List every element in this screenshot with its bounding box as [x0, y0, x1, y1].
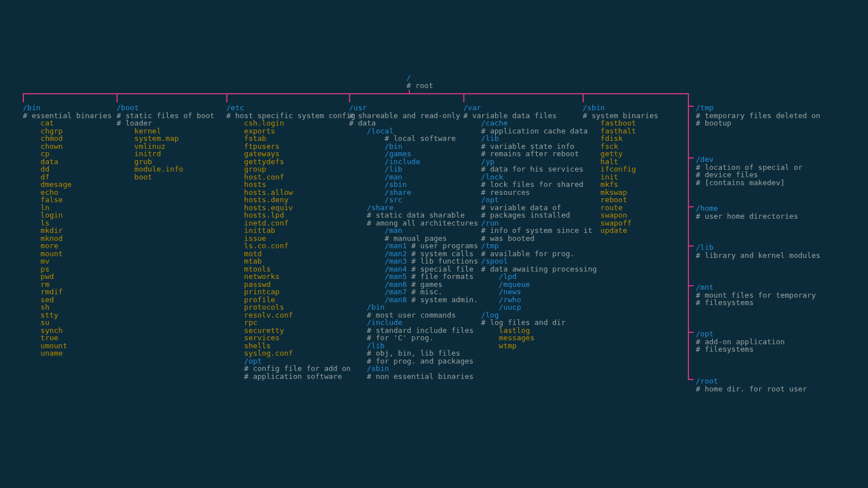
file-entry: mknod — [23, 235, 112, 243]
comment-entry: # for 'C' prog. — [349, 334, 478, 342]
dir-comment: # host specific system config — [226, 112, 355, 120]
file-entry: protocols — [226, 303, 355, 311]
comment-entry: # among all architectures — [349, 219, 478, 227]
root-path: / — [406, 74, 433, 82]
subdir-entry: /lib — [349, 165, 478, 173]
dir-comment: # mount files for temporary — [696, 291, 816, 299]
file-entry: grub — [117, 158, 214, 166]
file-entry: boot — [117, 173, 214, 181]
file-entry: services — [226, 334, 355, 342]
file-entry: gettydefs — [226, 158, 355, 166]
file-entry: inittab — [226, 227, 355, 235]
file-entry: exports — [226, 127, 355, 135]
file-entry: more — [23, 242, 112, 250]
file-entry: update — [583, 227, 658, 235]
dir-root: /root# home dir. for root user — [696, 377, 807, 393]
file-entry: hosts.deny — [226, 196, 355, 204]
subdir-entry: /cache — [463, 119, 597, 127]
file-entry: module.info — [117, 165, 214, 173]
dir-comment: # home dir. for root user — [696, 385, 807, 393]
comment-entry: # variable data of — [463, 204, 597, 212]
dir-comment: # data — [349, 119, 478, 127]
subdir-entry: /man4 # special file — [349, 265, 478, 273]
file-entry: fasthalt — [583, 127, 658, 135]
dir-comment: # variable data files — [463, 112, 597, 120]
file-entry: reboot — [583, 196, 658, 204]
subdir-entry: /tmp — [463, 242, 597, 250]
file-entry: hosts.equiv — [226, 204, 355, 212]
file-entry: group — [226, 165, 355, 173]
subdir-entry: /man7 # misc. — [349, 288, 478, 296]
subdir-entry: /man2 # system calls — [349, 250, 478, 258]
file-entry: hosts.lpd — [226, 211, 355, 219]
subdir-entry: /games — [349, 150, 478, 158]
file-entry: issue — [226, 235, 355, 243]
subdir-entry: /sbin — [349, 365, 478, 373]
file-entry: shells — [226, 342, 355, 350]
dir-title: /dev — [696, 156, 803, 164]
dir-comment: # system binaries — [583, 112, 658, 120]
dir-comment: # filesystems — [696, 345, 785, 353]
dir-comment: # temporary files deleted on — [696, 112, 820, 120]
file-entry: data — [23, 158, 112, 166]
dir-title: /root — [696, 377, 807, 385]
file-entry: ln — [23, 204, 112, 212]
dir-title: /opt — [696, 330, 785, 338]
file-entry: ls.co.conf — [226, 242, 355, 250]
file-entry: fastboot — [583, 119, 658, 127]
comment-entry: # obj, bin, lib files — [349, 349, 478, 357]
file-entry: chgrp — [23, 127, 112, 135]
file-entry: cp — [23, 150, 112, 158]
file-entry: login — [23, 211, 112, 219]
dir-opt: /opt# add-on application# filesystems — [696, 330, 785, 353]
comment-entry: # standard include files — [349, 327, 478, 335]
file-entry: fsck — [583, 143, 658, 151]
dir-comment: # user home directories — [696, 212, 798, 220]
dir-comment: # [contains makedev] — [696, 179, 803, 187]
file-entry: system.map — [117, 135, 214, 143]
file-entry: inetd.conf — [226, 219, 355, 227]
subdir-entry: /opt — [226, 357, 355, 365]
file-entry: getty — [583, 150, 658, 158]
subdir-entry: /mqueue — [463, 281, 597, 289]
file-entry: echo — [23, 189, 112, 197]
file-entry: ftpusers — [226, 143, 355, 151]
dir-tmp: /tmp# temporary files deleted on# bootup — [696, 104, 820, 127]
file-entry: su — [23, 319, 112, 327]
dir-home: /home# user home directories — [696, 205, 798, 220]
file-entry: fdisk — [583, 135, 658, 143]
file-entry: mtab — [226, 257, 355, 265]
subdir-entry: /run — [463, 219, 597, 227]
comment-entry: # available for prog. — [463, 250, 597, 258]
dir-comment: # location of special or — [696, 164, 803, 172]
comment-entry: # remains after reboot — [463, 150, 597, 158]
comment-entry: # variable state info — [463, 143, 597, 151]
subdir-entry: /local — [349, 127, 478, 135]
file-entry: dmesage — [23, 181, 112, 189]
file-entry: motd — [226, 250, 355, 258]
subdir-entry: /lock — [463, 173, 597, 181]
file-entry: mkfs — [583, 181, 658, 189]
file-entry: lastlog — [463, 327, 597, 335]
dir-sbin: /sbin# system binaries fastboot fasthalt… — [583, 104, 658, 235]
subdir-entry: /lib — [349, 342, 478, 350]
file-entry: umount — [23, 342, 112, 350]
comment-entry: # config file for add on — [226, 365, 355, 373]
comment-entry: # log files and dir — [463, 319, 597, 327]
comment-entry: # data for his services — [463, 165, 597, 173]
subdir-entry: /sbin — [349, 181, 478, 189]
file-entry: mtools — [226, 265, 355, 273]
subdir-entry: /uucp — [463, 303, 597, 311]
file-entry: synch — [23, 327, 112, 335]
file-entry: passwd — [226, 281, 355, 289]
subdir-entry: /man1 # user programs — [349, 242, 478, 250]
dir-comment: # add-on application — [696, 338, 785, 346]
file-entry: rmdif — [23, 288, 112, 296]
dir-title: /etc — [226, 104, 355, 112]
file-entry: host.conf — [226, 173, 355, 181]
dir-usr: /usr# shareable and read-only# data /loc… — [349, 104, 478, 380]
dir-title: /boot — [117, 104, 214, 112]
subdir-entry: /news — [463, 288, 597, 296]
comment-entry: # lock files for shared — [463, 181, 597, 189]
dir-title: /mnt — [696, 283, 816, 291]
